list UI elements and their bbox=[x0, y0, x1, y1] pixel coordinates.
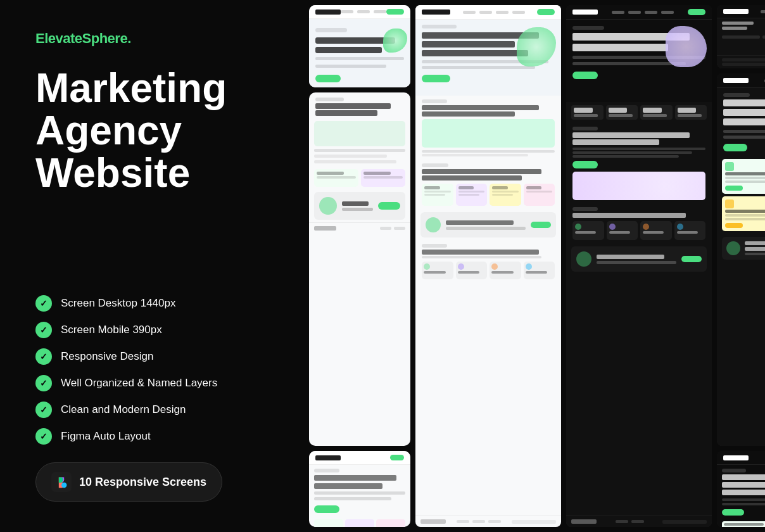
check-icon-1 bbox=[35, 295, 52, 312]
services-screen-bottom bbox=[717, 451, 765, 527]
check-icon-3 bbox=[35, 348, 52, 365]
badge-label: 10 Responsive Screens bbox=[79, 476, 206, 489]
feature-item-1: Screen Desktop 1440px bbox=[35, 295, 269, 312]
figma-icon bbox=[51, 472, 72, 492]
feature-label-6: Figma Auto Layout bbox=[61, 430, 151, 443]
desktop-screen-1 bbox=[415, 5, 561, 527]
feature-label-4: Well Organized & Named Layers bbox=[61, 377, 217, 390]
desktop-screen-dark-1 bbox=[566, 5, 712, 527]
feature-label-2: Screen Mobile 390px bbox=[61, 324, 162, 336]
feature-item-2: Screen Mobile 390px bbox=[35, 322, 269, 338]
headline: Marketing Agency Website bbox=[35, 67, 269, 195]
feature-label-3: Responsive Design bbox=[61, 350, 153, 363]
check-icon-4 bbox=[35, 375, 52, 391]
logo: ElevateSphere. bbox=[35, 30, 269, 47]
check-icon-6 bbox=[35, 428, 52, 445]
screenshot-col-services bbox=[717, 5, 765, 527]
svg-point-1 bbox=[61, 483, 66, 488]
features-list: Screen Desktop 1440px Screen Mobile 390p… bbox=[35, 295, 269, 445]
feature-label-1: Screen Desktop 1440px bbox=[61, 297, 175, 310]
left-panel: ElevateSphere. Marketing Agency Website … bbox=[0, 0, 304, 532]
feature-item-3: Responsive Design bbox=[35, 348, 269, 365]
screenshot-col-desktop-2 bbox=[566, 5, 712, 527]
right-panel bbox=[304, 0, 765, 532]
mobile-screen-3 bbox=[309, 451, 410, 527]
check-icon-2 bbox=[35, 322, 52, 338]
logo-text: ElevateSphere bbox=[35, 30, 127, 46]
services-screen-top bbox=[717, 5, 765, 68]
feature-label-5: Clean and Modern Design bbox=[61, 403, 186, 416]
headline-line3: Website bbox=[35, 152, 269, 194]
badge[interactable]: 10 Responsive Screens bbox=[35, 462, 222, 502]
headline-line2: Agency bbox=[35, 110, 269, 152]
screenshot-col-desktop-1 bbox=[415, 5, 561, 527]
logo-dot: . bbox=[127, 30, 131, 46]
headline-line1: Marketing bbox=[35, 67, 269, 110]
services-screen-main bbox=[717, 73, 765, 446]
feature-item-4: Well Organized & Named Layers bbox=[35, 375, 269, 391]
feature-item-6: Figma Auto Layout bbox=[35, 428, 269, 445]
screenshot-col-mobile-1 bbox=[309, 5, 410, 527]
mobile-screen-1 bbox=[309, 5, 410, 87]
mobile-screen-2 bbox=[309, 92, 410, 446]
check-icon-5 bbox=[35, 402, 52, 418]
feature-item-5: Clean and Modern Design bbox=[35, 402, 269, 418]
